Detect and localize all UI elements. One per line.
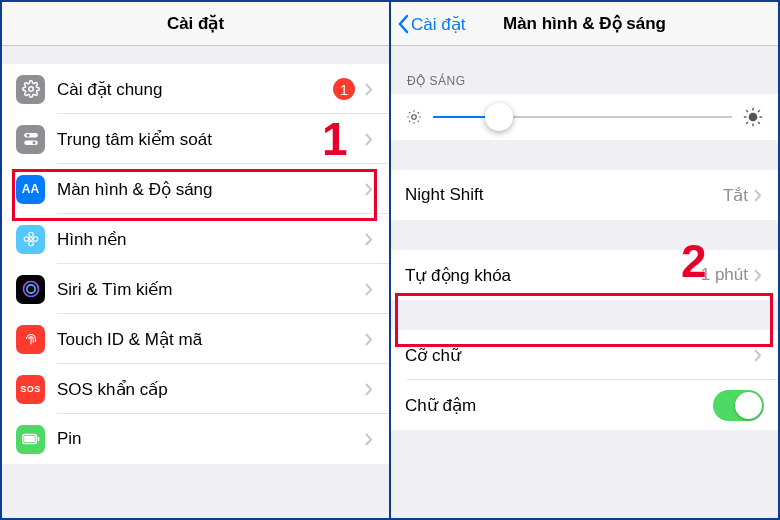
chevron-right-icon <box>752 349 764 362</box>
svg-point-3 <box>26 134 29 137</box>
settings-list-container: Cài đặt chung 1 Trung tâm kiểm soát AA M… <box>2 46 389 518</box>
svg-point-0 <box>28 87 33 92</box>
svg-point-6 <box>28 232 33 237</box>
svg-point-4 <box>32 141 35 144</box>
sos-icon: SOS <box>16 375 45 404</box>
svg-rect-13 <box>37 437 39 442</box>
svg-line-32 <box>758 110 760 112</box>
svg-point-15 <box>412 115 417 120</box>
chevron-right-icon <box>363 83 375 96</box>
brightness-slider-row <box>391 94 778 140</box>
svg-line-21 <box>418 121 419 122</box>
svg-point-11 <box>26 285 34 293</box>
battery-icon <box>16 425 45 454</box>
navbar-title: Cài đặt <box>167 13 224 34</box>
row-text-size[interactable]: Cỡ chữ <box>391 330 778 380</box>
fingerprint-icon <box>16 325 45 354</box>
chevron-right-icon <box>363 433 375 446</box>
row-label: Tự động khóa <box>405 265 701 286</box>
navbar-left: Cài đặt <box>2 2 389 46</box>
brightness-slider[interactable] <box>433 116 732 118</box>
svg-point-9 <box>33 237 38 242</box>
sun-max-icon <box>742 106 764 128</box>
text-size-icon: AA <box>16 175 45 204</box>
settings-row-siri[interactable]: Siri & Tìm kiếm <box>2 264 389 314</box>
navbar-title: Màn hình & Độ sáng <box>503 13 666 34</box>
chevron-right-icon <box>752 269 764 282</box>
brightness-header: ĐỘ SÁNG <box>391 46 778 94</box>
settings-row-control-center[interactable]: Trung tâm kiểm soát <box>2 114 389 164</box>
row-label: Hình nền <box>57 229 363 250</box>
gear-icon <box>16 75 45 104</box>
row-night-shift[interactable]: Night Shift Tắt <box>391 170 778 220</box>
settings-row-general[interactable]: Cài đặt chung 1 <box>2 64 389 114</box>
svg-point-24 <box>749 113 756 120</box>
switches-icon <box>16 125 45 154</box>
row-label: SOS khẩn cấp <box>57 379 363 400</box>
back-button[interactable]: Cài đặt <box>397 2 465 46</box>
chevron-right-icon <box>363 333 375 346</box>
row-label: Touch ID & Mật mã <box>57 329 363 350</box>
row-auto-lock[interactable]: Tự động khóa 1 phút <box>391 250 778 300</box>
row-label: Màn hình & Độ sáng <box>57 179 363 200</box>
svg-rect-2 <box>24 141 38 146</box>
row-label: Cỡ chữ <box>405 345 752 366</box>
row-label: Night Shift <box>405 185 723 205</box>
svg-line-31 <box>746 122 748 124</box>
flower-icon <box>16 225 45 254</box>
svg-rect-14 <box>24 436 35 442</box>
svg-line-29 <box>746 110 748 112</box>
chevron-right-icon <box>363 233 375 246</box>
row-value: Tắt <box>723 185 748 206</box>
chevron-right-icon <box>363 383 375 396</box>
svg-line-20 <box>409 112 410 113</box>
svg-line-22 <box>409 121 410 122</box>
row-label: Trung tâm kiểm soát <box>57 129 363 150</box>
back-label: Cài đặt <box>411 14 465 35</box>
svg-point-7 <box>28 241 33 246</box>
navbar-right: Cài đặt Màn hình & Độ sáng <box>391 2 778 46</box>
sun-min-icon <box>405 108 423 126</box>
settings-row-sos[interactable]: SOS SOS khẩn cấp <box>2 364 389 414</box>
settings-screen: Cài đặt Cài đặt chung 1 Trung tâm kiểm s… <box>2 2 389 518</box>
display-brightness-screen: Cài đặt Màn hình & Độ sáng ĐỘ SÁNG <box>389 2 778 518</box>
display-content: ĐỘ SÁNG Night Shift Tắt <box>391 46 778 518</box>
settings-row-display[interactable]: AA Màn hình & Độ sáng <box>2 164 389 214</box>
row-bold-text[interactable]: Chữ đậm <box>391 380 778 430</box>
svg-rect-1 <box>24 133 38 138</box>
chevron-right-icon <box>363 133 375 146</box>
chevron-right-icon <box>363 183 375 196</box>
svg-line-30 <box>758 122 760 124</box>
chevron-right-icon <box>363 283 375 296</box>
siri-icon <box>16 275 45 304</box>
row-label: Cài đặt chung <box>57 79 333 100</box>
svg-point-10 <box>23 282 38 297</box>
row-label: Pin <box>57 429 363 449</box>
row-label: Chữ đậm <box>405 395 713 416</box>
svg-point-8 <box>24 237 29 242</box>
row-label: Siri & Tìm kiếm <box>57 279 363 300</box>
svg-line-23 <box>418 112 419 113</box>
settings-row-battery[interactable]: Pin <box>2 414 389 464</box>
notification-badge: 1 <box>333 78 355 100</box>
settings-row-touchid[interactable]: Touch ID & Mật mã <box>2 314 389 364</box>
bold-text-toggle[interactable] <box>713 390 764 421</box>
chevron-right-icon <box>752 189 764 202</box>
svg-point-5 <box>29 238 32 241</box>
row-value: 1 phút <box>701 265 748 285</box>
settings-row-wallpaper[interactable]: Hình nền <box>2 214 389 264</box>
